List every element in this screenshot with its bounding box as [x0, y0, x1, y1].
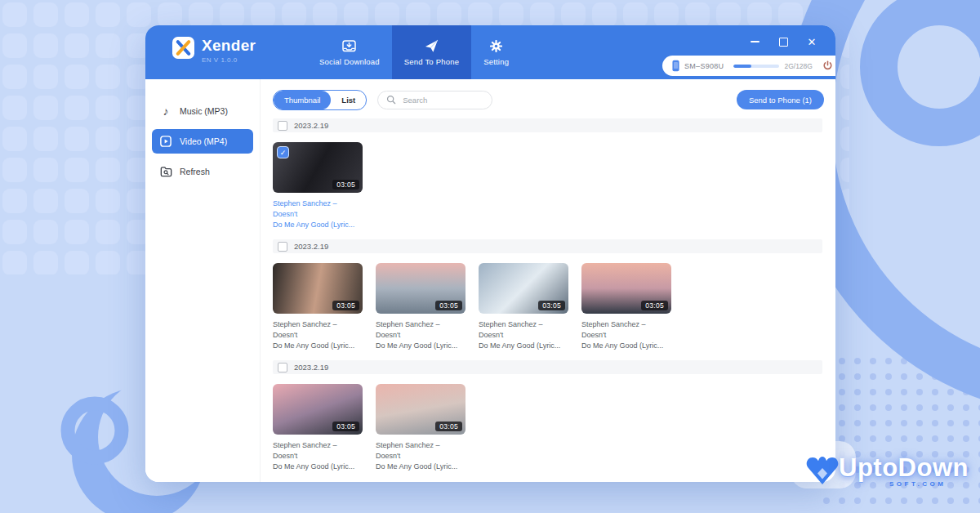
- video-title-line1: Stephen Sanchez – Doesn't: [273, 319, 363, 341]
- date-group-header: 2023.2.19: [273, 239, 822, 253]
- uptodown-watermark: UptoDown SOFT.COM: [803, 448, 969, 488]
- video-title-line1: Stephen Sanchez – Doesn't: [581, 319, 671, 341]
- video-card[interactable]: ✓ 03:05 Stephen Sanchez – Doesn't Do Me …: [376, 263, 466, 351]
- duration-badge: 03:05: [332, 180, 359, 190]
- connected-device-pill: SM–S908U 2G/128G: [662, 56, 835, 76]
- video-title-line1: Stephen Sanchez – Doesn't: [376, 440, 466, 462]
- search-input[interactable]: [401, 95, 483, 105]
- video-thumbnail[interactable]: ✓ 03:05: [273, 384, 363, 435]
- group-date-label: 2023.2.19: [294, 363, 328, 372]
- duration-badge: 03:05: [641, 301, 668, 310]
- video-title-line1: Stephen Sanchez – Doesn't: [376, 319, 466, 341]
- app-version: EN V 1.0.0: [202, 56, 256, 64]
- video-title-line2: Do Me Any Good (Lyric...: [479, 341, 568, 351]
- video-title-line1: Stephen Sanchez – Doesn't: [479, 319, 568, 341]
- cards-row: ✓ 03:05 Stephen Sanchez – Doesn't Do Me …: [273, 263, 824, 351]
- close-button[interactable]: ✕: [806, 36, 817, 47]
- video-thumbnail[interactable]: ✓ 03:05: [273, 142, 363, 193]
- video-card[interactable]: ✓ 03:05 Stephen Sanchez – Doesn't Do Me …: [273, 263, 363, 351]
- video-card[interactable]: ✓ 03:05 Stephen Sanchez – Doesn't Do Me …: [273, 384, 363, 472]
- tab-label: Send To Phone: [404, 57, 459, 66]
- minimize-icon: [751, 41, 760, 42]
- duration-badge: 03:05: [332, 301, 359, 310]
- window-controls: ✕: [749, 36, 817, 47]
- storage-bar: [733, 65, 779, 68]
- selected-checkbox[interactable]: ✓: [277, 146, 289, 158]
- group-date-label: 2023.2.19: [294, 242, 328, 251]
- video-thumbnail[interactable]: ✓ 03:05: [273, 263, 363, 314]
- titlebar: Xender EN V 1.0.0 Social DownloadSend To…: [145, 25, 835, 79]
- group-select-checkbox[interactable]: [278, 363, 287, 372]
- gear-icon: [490, 39, 502, 53]
- app-logo-area: Xender EN V 1.0.0: [172, 37, 256, 64]
- cards-row: ✓ 03:05 Stephen Sanchez – Doesn't Do Me …: [273, 142, 824, 230]
- tab-send-to-phone[interactable]: Send To Phone: [392, 25, 471, 79]
- sidebar-item-refresh[interactable]: Refresh: [152, 159, 253, 184]
- video-thumbnail[interactable]: ✓ 03:05: [376, 384, 466, 435]
- video-title-line1: Stephen Sanchez – Doesn't: [273, 440, 363, 462]
- storage-text: 2G/128G: [784, 62, 813, 70]
- video-title: Stephen Sanchez – Doesn't Do Me Any Good…: [376, 319, 466, 351]
- send-to-phone-button[interactable]: Send to Phone (1): [737, 90, 824, 109]
- video-title: Stephen Sanchez – Doesn't Do Me Any Good…: [273, 440, 363, 472]
- video-title: Stephen Sanchez – Doesn't Do Me Any Good…: [479, 319, 568, 351]
- desktop-background: Xender EN V 1.0.0 Social DownloadSend To…: [0, 0, 980, 513]
- sidebar-item-music-mp3[interactable]: ♪Music (MP3): [152, 99, 253, 123]
- toolbar: Thumbnail List Send to Phone (1): [273, 90, 824, 109]
- video-title: Stephen Sanchez – Doesn't Do Me Any Good…: [273, 319, 363, 351]
- content-area: Thumbnail List Send to Phone (1) 2023.2.…: [261, 79, 835, 482]
- social-download-icon: [342, 39, 356, 53]
- music-note-icon: ♪: [159, 105, 172, 117]
- search-icon: [386, 95, 396, 105]
- date-group-header: 2023.2.19: [273, 118, 822, 132]
- minimize-button[interactable]: [749, 36, 760, 47]
- video-title: Stephen Sanchez – Doesn't Do Me Any Good…: [273, 199, 363, 230]
- view-toggle: Thumbnail List: [273, 90, 367, 110]
- tab-label: Setting: [483, 57, 509, 66]
- date-group-header: 2023.2.19: [273, 360, 822, 374]
- folder-search-icon: [159, 166, 172, 177]
- group-select-checkbox[interactable]: [278, 242, 287, 252]
- watermark-subtitle: SOFT.COM: [889, 480, 946, 488]
- tab-social-download[interactable]: Social Download: [307, 25, 392, 79]
- video-card[interactable]: ✓ 03:05 Stephen Sanchez – Doesn't Do Me …: [376, 384, 466, 472]
- group-date-label: 2023.2.19: [294, 121, 328, 130]
- video-thumbnail[interactable]: ✓ 03:05: [479, 263, 568, 314]
- sidebar: ♪Music (MP3)Video (MP4)Refresh: [145, 79, 261, 482]
- window-body: ♪Music (MP3)Video (MP4)Refresh Thumbnail…: [145, 79, 835, 482]
- group-select-checkbox[interactable]: [278, 121, 287, 131]
- thumbnail-view-button[interactable]: Thumbnail: [274, 91, 331, 109]
- video-play-icon: [159, 136, 172, 147]
- maximize-icon: [779, 38, 788, 47]
- video-thumbnail[interactable]: ✓ 03:05: [581, 263, 671, 314]
- video-title-line2: Do Me Any Good (Lyric...: [273, 341, 363, 351]
- video-title-line2: Do Me Any Good (Lyric...: [376, 341, 466, 351]
- xender-window: Xender EN V 1.0.0 Social DownloadSend To…: [145, 25, 835, 482]
- file-groups: 2023.2.19 ✓ 03:05 Stephen Sanchez – Does…: [273, 118, 824, 472]
- video-card[interactable]: ✓ 03:05 Stephen Sanchez – Doesn't Do Me …: [273, 142, 363, 230]
- tab-label: Social Download: [319, 57, 380, 66]
- sidebar-item-label: Refresh: [180, 167, 210, 176]
- maximize-button[interactable]: [777, 36, 789, 47]
- tab-setting[interactable]: Setting: [471, 25, 521, 79]
- list-view-button[interactable]: List: [331, 91, 366, 109]
- sidebar-item-video-mp4[interactable]: Video (MP4): [152, 129, 253, 154]
- sidebar-item-label: Music (MP3): [180, 106, 228, 116]
- duration-badge: 03:05: [332, 422, 359, 431]
- storage-bar-fill: [733, 65, 751, 68]
- duration-badge: 03:05: [435, 301, 462, 310]
- date-group: 2023.2.19 ✓ 03:05 Stephen Sanchez – Does…: [273, 118, 824, 230]
- video-card[interactable]: ✓ 03:05 Stephen Sanchez – Doesn't Do Me …: [581, 263, 671, 351]
- duration-badge: 03:05: [538, 301, 565, 310]
- video-title-line1: Stephen Sanchez – Doesn't: [273, 199, 363, 220]
- video-card[interactable]: ✓ 03:05 Stephen Sanchez – Doesn't Do Me …: [479, 263, 568, 351]
- video-title-line2: Do Me Any Good (Lyric...: [581, 341, 671, 351]
- send-icon: [425, 39, 439, 53]
- xender-logo-icon: [172, 37, 194, 59]
- duration-badge: 03:05: [435, 422, 462, 431]
- cards-row: ✓ 03:05 Stephen Sanchez – Doesn't Do Me …: [273, 384, 824, 472]
- disconnect-power-icon[interactable]: [822, 60, 833, 71]
- video-thumbnail[interactable]: ✓ 03:05: [376, 263, 466, 314]
- date-group: 2023.2.19 ✓ 03:05 Stephen Sanchez – Does…: [273, 360, 824, 472]
- video-title-line2: Do Me Any Good (Lyric...: [376, 462, 466, 472]
